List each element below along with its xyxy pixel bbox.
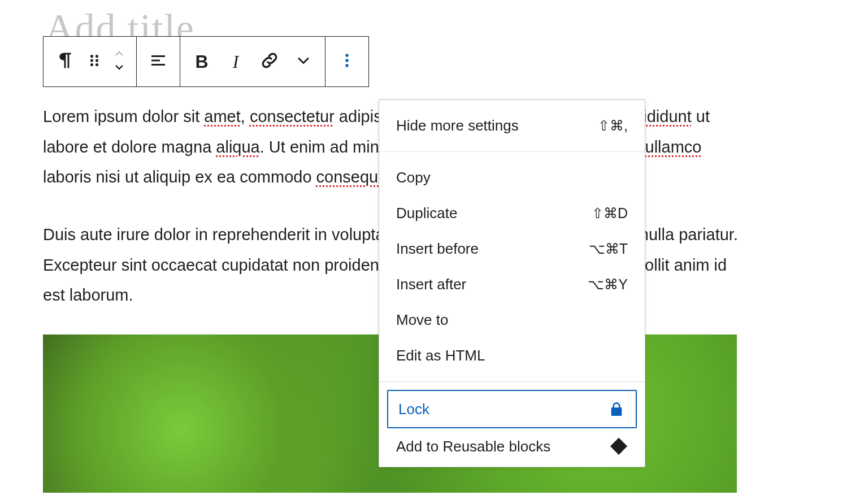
menu-label: Hide more settings: [396, 117, 519, 134]
menu-insert-before[interactable]: Insert before ⌥⌘T: [379, 231, 645, 267]
menu-move-to[interactable]: Move to: [379, 302, 645, 338]
menu-label: Edit as HTML: [396, 347, 485, 364]
menu-label: Duplicate: [396, 205, 457, 222]
block-mover: [107, 45, 132, 79]
svg-point-2: [90, 59, 93, 62]
menu-label: Move to: [396, 311, 449, 329]
block-options-menu: Hide more settings ⇧⌘, Copy Duplicate ⇧⌘…: [379, 99, 645, 467]
block-toolbar: B I: [43, 36, 369, 87]
menu-edit-html[interactable]: Edit as HTML: [379, 338, 645, 373]
menu-lock[interactable]: Lock: [387, 390, 637, 428]
align-left-icon: [148, 50, 168, 73]
block-type-button[interactable]: [48, 45, 82, 79]
block-options-button[interactable]: [330, 45, 364, 79]
italic-button[interactable]: I: [219, 45, 253, 79]
align-button[interactable]: [141, 45, 175, 79]
toolbar-group-align: [137, 37, 180, 86]
svg-point-11: [345, 64, 348, 67]
menu-label: Copy: [396, 169, 431, 186]
move-down-button[interactable]: [107, 62, 132, 75]
chevron-up-icon: [112, 49, 126, 60]
toolbar-group-format: B I: [180, 37, 325, 86]
misspelled-word[interactable]: ullamco: [645, 138, 702, 156]
text: ,: [241, 107, 250, 125]
svg-point-3: [95, 59, 98, 62]
reusable-icon: [610, 437, 628, 455]
menu-hide-more-settings[interactable]: Hide more settings ⇧⌘,: [379, 108, 645, 144]
shortcut: ⇧⌘,: [598, 118, 628, 134]
menu-label: Insert after: [396, 276, 466, 293]
svg-point-9: [345, 54, 348, 57]
svg-point-10: [345, 59, 348, 62]
bold-icon: B: [195, 51, 208, 72]
drag-icon: [84, 50, 105, 73]
menu-insert-after[interactable]: Insert after ⌥⌘Y: [379, 267, 645, 302]
misspelled-word[interactable]: aliqua: [216, 138, 259, 156]
svg-point-1: [95, 55, 98, 58]
toolbar-group-options: [325, 37, 368, 86]
chevron-down-icon: [112, 63, 126, 74]
text: Lorem ipsum dolor sit: [43, 107, 204, 125]
italic-icon: I: [233, 51, 239, 72]
menu-label: Lock: [398, 401, 429, 418]
bold-button[interactable]: B: [185, 45, 219, 79]
svg-point-5: [95, 63, 98, 66]
misspelled-word[interactable]: consectetur: [250, 107, 335, 125]
lock-icon: [607, 400, 626, 418]
chevron-down-icon: [293, 50, 314, 73]
menu-label: Insert before: [396, 240, 479, 258]
svg-point-0: [90, 55, 93, 58]
shortcut: ⌥⌘T: [589, 241, 628, 257]
misspelled-word[interactable]: amet: [204, 107, 240, 125]
more-vertical-icon: [337, 50, 357, 73]
move-up-button[interactable]: [107, 48, 132, 62]
menu-copy[interactable]: Copy: [379, 160, 645, 195]
toolbar-group-block: [44, 37, 137, 86]
drag-handle[interactable]: [82, 45, 107, 79]
shortcut: ⇧⌘D: [592, 205, 628, 221]
text: laboris nisi ut aliquip ex ea commodo: [43, 168, 316, 186]
link-icon: [259, 50, 280, 73]
menu-add-reusable[interactable]: Add to Reusable blocks: [379, 428, 645, 459]
shortcut: ⌥⌘Y: [588, 276, 628, 293]
link-button[interactable]: [253, 45, 286, 79]
more-formatting-button[interactable]: [286, 45, 320, 79]
pilcrow-icon: [55, 50, 75, 73]
menu-duplicate[interactable]: Duplicate ⇧⌘D: [379, 195, 645, 231]
menu-label: Add to Reusable blocks: [396, 438, 550, 455]
svg-point-4: [90, 63, 93, 66]
